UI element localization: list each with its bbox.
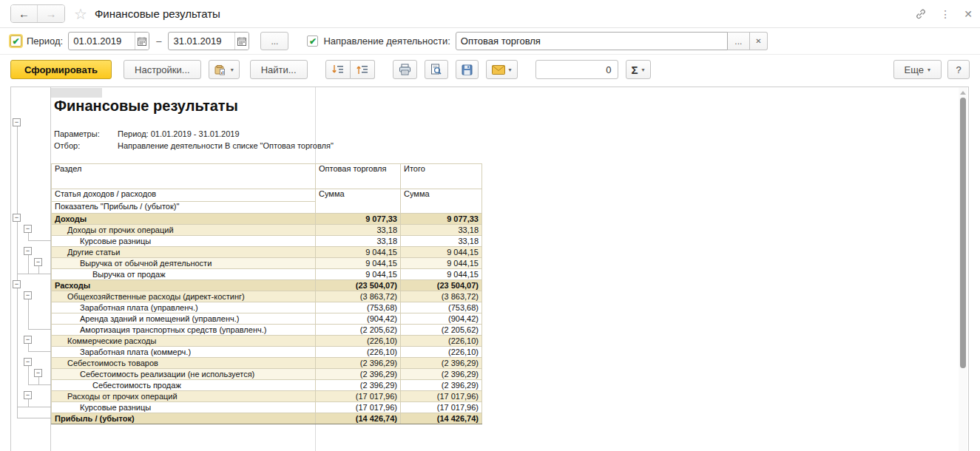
row-value-cell[interactable]: 9 044,15 (401, 269, 482, 280)
back-button[interactable]: ← (11, 5, 38, 22)
header-pokazatel[interactable]: Показатель "Прибыль / (убыток)" (52, 202, 316, 214)
generate-button[interactable]: Сформировать (10, 60, 112, 79)
print-button[interactable] (393, 60, 417, 79)
row-value-cell[interactable]: (753,68) (401, 302, 482, 313)
row-value-cell[interactable]: (2 396,29) (316, 369, 401, 380)
row-label-cell[interactable]: Себестоимость продаж (52, 380, 316, 391)
row-value-cell[interactable]: (2 396,29) (401, 369, 482, 380)
row-value-cell[interactable]: (17 017,96) (401, 402, 482, 413)
scroll-up-icon[interactable] (960, 91, 966, 95)
row-value-cell[interactable]: 9 077,33 (401, 214, 482, 225)
row-value-cell[interactable]: (226,10) (401, 347, 482, 358)
row-value-cell[interactable]: (2 205,62) (401, 325, 482, 336)
row-label-cell[interactable]: Курсовые разницы (52, 236, 316, 247)
more-actions-button[interactable]: Еще ▾ (893, 60, 942, 79)
header-summa[interactable]: Сумма (401, 189, 482, 214)
row-value-cell[interactable]: 33,18 (316, 236, 401, 247)
collapse-groups-button[interactable] (351, 60, 375, 79)
row-label-cell[interactable]: Заработная плата (коммерч.) (52, 347, 316, 358)
collapse-group-button[interactable]: − (13, 214, 21, 222)
row-value-cell[interactable]: 9 044,15 (316, 269, 401, 280)
row-value-cell[interactable]: (14 426,74) (316, 413, 401, 424)
print-preview-button[interactable] (425, 60, 448, 79)
row-value-cell[interactable]: (2 396,29) (401, 380, 482, 391)
row-label-cell[interactable]: Заработная плата (управленч.) (52, 302, 316, 313)
row-label-cell[interactable]: Общехозяйственные расходы (директ-костин… (52, 291, 316, 302)
link-icon[interactable] (915, 8, 927, 20)
row-value-cell[interactable]: 9 044,15 (316, 247, 401, 258)
direction-checkbox[interactable]: ✔ (307, 35, 318, 47)
direction-more-button[interactable]: ... (728, 32, 750, 50)
save-button[interactable] (456, 60, 479, 79)
row-value-cell[interactable]: (226,10) (401, 336, 482, 347)
row-value-cell[interactable]: (17 017,96) (401, 391, 482, 402)
autosum-button[interactable]: Σ ▾ (626, 60, 651, 79)
collapse-group-button[interactable]: − (24, 336, 32, 344)
help-button[interactable]: ? (947, 60, 970, 79)
direction-input[interactable] (456, 35, 727, 47)
active-cell-cursor[interactable] (51, 88, 102, 98)
row-label-cell[interactable]: Доходы от прочих операций (52, 225, 316, 236)
row-value-cell[interactable]: (2 205,62) (316, 325, 401, 336)
row-value-cell[interactable]: (23 504,07) (316, 280, 401, 291)
row-label-cell[interactable]: Амортизация транспортных средств (управл… (52, 325, 316, 336)
send-email-button[interactable]: ▾ (486, 60, 518, 79)
more-menu-icon[interactable]: ⋮ (940, 9, 950, 19)
collapse-group-button[interactable]: − (34, 369, 42, 377)
vertical-scrollbar[interactable] (959, 87, 967, 451)
header-statya[interactable]: Статья доходов / расходов (52, 189, 316, 202)
forward-button[interactable]: → (38, 5, 64, 22)
row-value-cell[interactable]: (2 396,29) (316, 358, 401, 369)
period-to-input[interactable] (169, 35, 234, 47)
expand-groups-button[interactable] (325, 60, 351, 79)
row-label-cell[interactable]: Выручка от продаж (52, 269, 316, 280)
report-variants-button[interactable]: ▾ (209, 60, 240, 79)
calendar-icon[interactable] (135, 33, 149, 50)
calendar-icon[interactable] (234, 33, 249, 50)
row-label-cell[interactable]: Выручка от обычной деятельности (52, 258, 316, 269)
row-value-cell[interactable]: 33,18 (316, 225, 401, 236)
period-from-input[interactable] (69, 35, 135, 47)
favorite-star-icon[interactable]: ☆ (74, 7, 87, 21)
collapse-group-button[interactable]: − (34, 258, 42, 266)
row-value-cell[interactable]: (2 396,29) (316, 380, 401, 391)
collapse-group-button[interactable]: − (13, 118, 21, 126)
row-value-cell[interactable]: (226,10) (316, 336, 401, 347)
row-value-cell[interactable]: (2 396,29) (401, 358, 482, 369)
close-icon[interactable]: ✕ (964, 9, 973, 19)
row-label-cell[interactable]: Аренда зданий и помещений (управленч.) (52, 313, 316, 325)
row-label-cell[interactable]: Другие статьи (52, 247, 316, 258)
row-value-cell[interactable]: 9 044,15 (316, 258, 401, 269)
collapse-group-button[interactable]: − (24, 225, 32, 233)
row-value-cell[interactable]: 9 044,15 (401, 247, 482, 258)
collapse-group-button[interactable]: − (24, 358, 32, 366)
row-value-cell[interactable]: (753,68) (316, 302, 401, 313)
row-value-cell[interactable]: 33,18 (401, 236, 482, 247)
period-checkbox[interactable]: ✔ (10, 35, 21, 47)
row-label-cell[interactable]: Коммерческие расходы (52, 336, 316, 347)
row-value-cell[interactable]: (904,42) (401, 313, 482, 325)
row-value-cell[interactable]: (226,10) (316, 347, 401, 358)
row-value-cell[interactable]: (17 017,96) (316, 391, 401, 402)
collapse-group-button[interactable]: − (24, 247, 32, 255)
period-more-button[interactable]: ... (260, 32, 288, 50)
header-razdel[interactable]: Раздел (52, 164, 316, 189)
direction-clear-button[interactable]: ✕ (750, 32, 768, 50)
collapse-group-button[interactable]: − (24, 291, 32, 299)
row-label-cell[interactable]: Себестоимость товаров (52, 358, 316, 369)
row-value-cell[interactable]: 9 044,15 (401, 258, 482, 269)
collapse-group-button[interactable]: − (24, 391, 32, 399)
row-value-cell[interactable]: (3 863,72) (401, 291, 482, 302)
row-value-cell[interactable]: (14 426,74) (401, 413, 482, 424)
settings-button[interactable]: Настройки... (124, 60, 201, 79)
header-itogo[interactable]: Итого (401, 164, 482, 189)
row-value-cell[interactable]: (3 863,72) (316, 291, 401, 302)
scrollbar-thumb[interactable] (960, 98, 966, 368)
row-value-cell[interactable]: 33,18 (401, 225, 482, 236)
row-label-cell[interactable]: Расходы (52, 280, 316, 291)
row-value-cell[interactable]: (23 504,07) (401, 280, 482, 291)
find-button[interactable]: Найти... (250, 60, 308, 79)
collapse-group-button[interactable]: − (13, 280, 21, 288)
row-label-cell[interactable]: Себестоимость реализации (не используетс… (52, 369, 316, 380)
header-optovaya[interactable]: Оптовая торговля (316, 164, 401, 189)
